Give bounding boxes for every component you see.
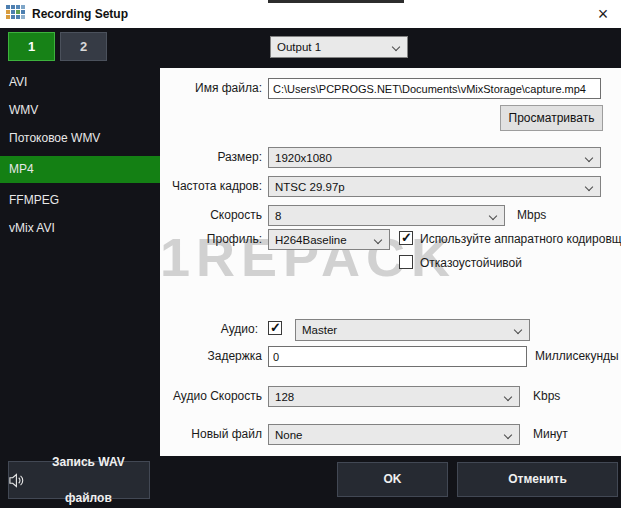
chevron-down-icon xyxy=(489,212,497,220)
bitrate-select-value: 8 xyxy=(275,210,281,222)
sidebar-item-vmix-avi[interactable]: vMix AVI xyxy=(0,217,160,239)
hw-encoder-label: Используйте аппаратного кодировщика xyxy=(420,232,621,246)
chevron-down-icon xyxy=(392,43,400,51)
browse-button[interactable]: Просматривать xyxy=(500,105,603,131)
audio-bitrate-select-value: 128 xyxy=(275,391,294,403)
speaker-icon xyxy=(9,473,24,488)
new-file-select[interactable]: None xyxy=(268,424,520,445)
tab-output-1[interactable]: 1 xyxy=(8,32,55,61)
fault-tolerant-label: Отказоустойчивой xyxy=(420,256,522,270)
delay-input[interactable] xyxy=(268,346,527,367)
chevron-down-icon xyxy=(504,393,512,401)
chevron-down-icon xyxy=(374,236,382,244)
tab-output-2[interactable]: 2 xyxy=(60,32,107,61)
sidebar-item-streaming-wmv[interactable]: Потоковое WMV xyxy=(0,127,160,149)
framerate-select-value: NTSC 29.97p xyxy=(275,181,345,193)
audio-bitrate-label: Аудио Скорость xyxy=(160,389,262,403)
audio-label: Аудио: xyxy=(160,322,258,336)
framerate-label: Частота кадров: xyxy=(160,179,262,193)
top-screen-remnant xyxy=(268,0,404,3)
delay-unit: Миллисекунды xyxy=(535,349,619,363)
chevron-down-icon xyxy=(585,154,593,162)
record-wav-label: Запись WAV файлов xyxy=(28,444,149,508)
close-icon[interactable]: × xyxy=(592,3,614,25)
audio-bus-select[interactable]: Master xyxy=(295,319,530,341)
delay-label: Задержка xyxy=(160,349,262,363)
new-file-label: Новый файл xyxy=(160,427,262,441)
sidebar-item-wmv[interactable]: WMV xyxy=(0,99,160,121)
cancel-button[interactable]: Отменить xyxy=(457,462,618,497)
chevron-down-icon xyxy=(504,431,512,439)
settings-panel: 1REPACK Имя файла: Просматривать Размер:… xyxy=(160,68,621,456)
audio-checkbox[interactable] xyxy=(268,321,282,335)
profile-select-value: H264Baseline xyxy=(275,234,347,246)
bitrate-label: Скорость xyxy=(160,208,262,222)
profile-label: Профиль: xyxy=(160,232,262,246)
profile-select[interactable]: H264Baseline xyxy=(268,229,390,250)
filename-input[interactable] xyxy=(268,78,601,99)
audio-bus-select-value: Master xyxy=(302,324,337,336)
new-file-unit: Минут xyxy=(533,427,568,441)
bitrate-unit: Mbps xyxy=(517,208,546,222)
hw-encoder-checkbox[interactable] xyxy=(399,231,413,245)
sidebar-item-avi[interactable]: AVI xyxy=(0,71,160,93)
record-wav-button[interactable]: Запись WAV файлов xyxy=(8,461,150,499)
fault-tolerant-checkbox[interactable] xyxy=(399,255,413,269)
audio-bitrate-select[interactable]: 128 xyxy=(268,386,520,407)
size-label: Размер: xyxy=(160,150,262,164)
recording-setup-dialog: Recording Setup × 1 2 Output 1 AVI WMV П… xyxy=(0,0,621,508)
bitrate-select[interactable]: 8 xyxy=(268,205,505,226)
output-select-value: Output 1 xyxy=(277,41,321,53)
vmix-logo-icon xyxy=(6,5,27,22)
new-file-select-value: None xyxy=(275,429,303,441)
chevron-down-icon xyxy=(514,326,522,334)
audio-bitrate-unit: Kbps xyxy=(533,389,560,403)
framerate-select[interactable]: NTSC 29.97p xyxy=(268,176,601,197)
title-bar: Recording Setup × xyxy=(0,0,621,28)
size-select[interactable]: 1920x1080 xyxy=(268,147,601,168)
output-select[interactable]: Output 1 xyxy=(270,36,408,58)
dialog-title: Recording Setup xyxy=(32,7,128,21)
sidebar-item-ffmpeg[interactable]: FFMPEG xyxy=(0,189,160,211)
ok-button[interactable]: OK xyxy=(337,462,448,497)
size-select-value: 1920x1080 xyxy=(275,152,332,164)
chevron-down-icon xyxy=(585,183,593,191)
sidebar-item-mp4[interactable]: MP4 xyxy=(0,156,160,183)
filename-label: Имя файла: xyxy=(160,81,262,95)
